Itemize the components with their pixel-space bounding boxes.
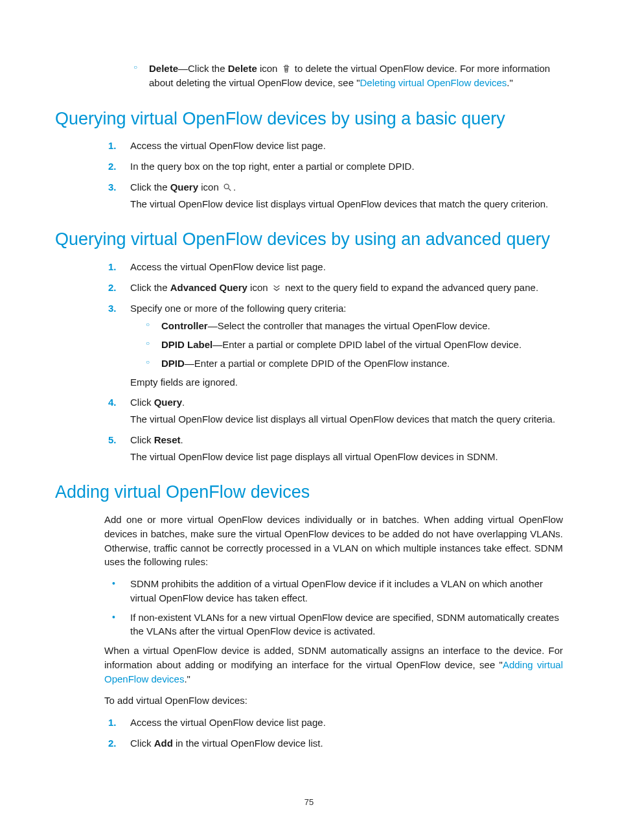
svg-line-1 [229, 189, 231, 191]
heading-basic-query: Querying virtual OpenFlow devices by usi… [55, 108, 563, 130]
step-2: Click Add in the virtual OpenFlow device… [104, 736, 563, 751]
page-container: Delete—Click the Delete icon to delete t… [0, 0, 618, 840]
text: In the query box on the top right, enter… [130, 161, 415, 172]
text: in the virtual OpenFlow device list. [173, 738, 323, 749]
criterion-controller: Controller—Select the controller that ma… [143, 319, 563, 333]
chevron-double-down-icon [272, 282, 281, 291]
basic-query-steps: Access the virtual OpenFlow device list … [104, 139, 563, 211]
empty-note: Empty fields are ignored. [130, 375, 563, 390]
criterion-dpid-label: DPID Label—Enter a partial or complete D… [143, 338, 563, 352]
rule-1: SDNM prohibits the addition of a virtual… [104, 577, 563, 605]
criterion-dpid: DPID—Enter a partial or complete DPID of… [143, 356, 563, 371]
page-number: 75 [0, 797, 618, 809]
adding-howto-lead: To add virtual OpenFlow devices: [104, 694, 563, 708]
step-1: Access the virtual OpenFlow device list … [104, 139, 563, 153]
text: Click the [130, 282, 170, 293]
step-3: Click the Query icon . The virtual OpenF… [104, 180, 563, 211]
label-add: Add [154, 738, 173, 749]
text: —Enter a partial or complete DPID of the… [185, 358, 450, 369]
label: Controller [161, 320, 208, 331]
text: . [233, 181, 236, 192]
label-query: Query [154, 397, 182, 408]
text: Specify one or more of the following que… [130, 303, 347, 314]
step-3: Specify one or more of the following que… [104, 301, 563, 390]
text: icon [198, 181, 222, 192]
adding-intro-paragraph: Add one or more virtual OpenFlow devices… [104, 513, 563, 569]
step-4-followup: The virtual OpenFlow device list display… [130, 412, 563, 426]
step-5: Click Reset. The virtual OpenFlow device… [104, 433, 563, 464]
criteria-list: Controller—Select the controller that ma… [143, 319, 563, 370]
text: —Click the [178, 63, 228, 74]
text: Click [130, 397, 154, 408]
text: ." [507, 77, 513, 88]
advanced-query-steps: Access the virtual OpenFlow device list … [104, 260, 563, 463]
text: Access the virtual OpenFlow device list … [130, 140, 326, 151]
heading-advanced-query: Querying virtual OpenFlow devices by usi… [55, 229, 563, 251]
search-icon [223, 181, 232, 191]
text: . [181, 434, 183, 445]
top-sub-bullet-block: Delete—Click the Delete icon to delete t… [131, 62, 563, 90]
text: . [182, 397, 185, 408]
step-5-followup: The virtual OpenFlow device list page di… [130, 450, 563, 464]
label: DPID Label [161, 339, 212, 350]
text: When a virtual OpenFlow device is added,… [104, 645, 563, 670]
text: icon [257, 63, 280, 74]
text: ." [184, 673, 190, 684]
label-query: Query [170, 181, 198, 192]
adding-steps: Access the virtual OpenFlow device list … [104, 716, 563, 751]
label-delete-2: Delete [228, 63, 257, 74]
text: icon [247, 282, 271, 293]
heading-adding-devices: Adding virtual OpenFlow devices [55, 482, 563, 504]
text: Access the virtual OpenFlow device list … [130, 261, 326, 272]
text: —Enter a partial or complete DPID label … [212, 339, 521, 350]
text: Click the [130, 181, 170, 192]
label-delete: Delete [149, 63, 178, 74]
text: Access the virtual OpenFlow device list … [130, 717, 326, 728]
label-reset: Reset [154, 434, 181, 445]
step-1: Access the virtual OpenFlow device list … [104, 260, 563, 274]
adding-rules-list: SDNM prohibits the addition of a virtual… [104, 577, 563, 638]
text: If non-existent VLANs for a new virtual … [130, 612, 559, 637]
link-deleting-devices[interactable]: Deleting virtual OpenFlow devices [360, 77, 507, 88]
sub-bullet-delete: Delete—Click the Delete icon to delete t… [131, 62, 563, 90]
label-advanced-query: Advanced Query [170, 282, 247, 293]
trash-icon [282, 63, 291, 72]
step-2: In the query box on the top right, enter… [104, 159, 563, 174]
step-1: Access the virtual OpenFlow device list … [104, 716, 563, 730]
step-4: Click Query. The virtual OpenFlow device… [104, 395, 563, 426]
adding-interface-paragraph: When a virtual OpenFlow device is added,… [104, 644, 563, 686]
svg-point-0 [224, 184, 229, 189]
rule-2: If non-existent VLANs for a new virtual … [104, 611, 563, 639]
text: next to the query field to expand the ad… [282, 282, 538, 293]
step-2: Click the Advanced Query icon next to th… [104, 281, 563, 295]
text: Click [130, 434, 154, 445]
label: DPID [161, 358, 185, 369]
text: —Select the controller that manages the … [208, 320, 490, 331]
text: Click [130, 738, 154, 749]
text: SDNM prohibits the addition of a virtual… [130, 578, 543, 603]
step-3-followup: The virtual OpenFlow device list display… [130, 197, 563, 211]
